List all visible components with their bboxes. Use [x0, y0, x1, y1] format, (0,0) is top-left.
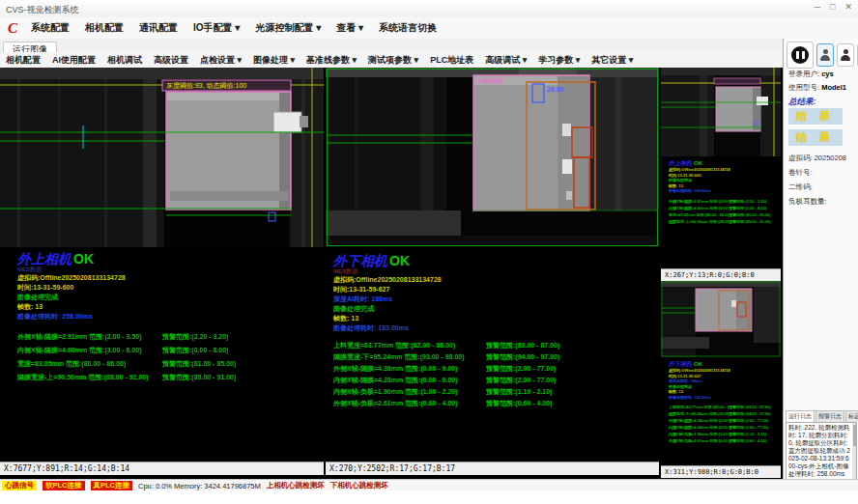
log-tab-calibration[interactable]: 标定日志: [845, 410, 858, 422]
menu-items: 系统配置相机配置通讯配置IO手配置 ▾光源控制配置 ▾查看 ▾系统语言切换: [23, 19, 444, 37]
measurement-row: 内侧X轴-隔膜=4.28mm 范围:(0.00 - 9.00) 预警范围:(2.…: [333, 376, 659, 387]
measurement-value: 外侧X轴-负极=2.61mm 范围:(0.60 - 4.00): [333, 399, 486, 410]
qr-code-label: 二维码:: [788, 182, 856, 192]
total-result-label: 总结果:: [788, 97, 856, 108]
lower-camera-heartbeat-alert: 下相机心跳检测坏: [330, 481, 388, 490]
minimize-button[interactable]: ─: [815, 2, 820, 12]
result-ok: OK: [389, 253, 410, 268]
toolbar-item[interactable]: 高级设置: [148, 54, 194, 67]
login-user-value: cys: [821, 70, 834, 78]
login-user-row: 登录用户: cys: [788, 70, 856, 79]
toolbar-item[interactable]: PLC地址表: [424, 54, 479, 67]
menu-item[interactable]: 系统语言切换: [371, 19, 444, 37]
heartbeat-badge: 心跳信号: [2, 481, 37, 490]
result-box-lower: 结 果: [788, 129, 843, 146]
measurement-value: 内侧X轴-隔膜=4.60mm 范围:(3.00 - 6.00): [669, 206, 729, 212]
connector-tab: [757, 97, 768, 105]
toolbar-item[interactable]: 点检设置 ▾: [194, 54, 247, 67]
operator-button[interactable]: [816, 43, 834, 67]
camera-panel-upper: 灰度阈值:93, 动态阈值:100 外上相机OK MES数据: 虚拟码:Offl…: [0, 68, 324, 479]
time-line: 时间:13-31-59-627: [333, 285, 659, 294]
measurement-value: 内侧X轴-隔膜=4.28mm 范围:(0.00 - 9.00): [333, 376, 486, 387]
cpu-memory-readout: Cpu: 0.0% Memory: 3424.41796875M: [138, 482, 261, 490]
upper-camera-pixel-status: X:7677;Y:891;R:14;G:14;B:14: [0, 462, 324, 475]
real-plc-badge: 真PLC连接: [91, 481, 133, 490]
lower-camera-image[interactable]: [326, 68, 659, 247]
pause-button[interactable]: [786, 42, 814, 69]
measurement-value: 上料宽度=83.77mm 范围:(82.00 - 88.00): [333, 341, 486, 352]
sidebar: 登录用户: cys 使用型号: Model1 总结果: 结 果 结 果 虚拟码:…: [783, 39, 858, 479]
toolbar-item[interactable]: AI使用配置: [46, 54, 101, 67]
measurement-warn-range: 预警范围:(1.10 - 2.10): [486, 387, 552, 399]
toolbar-item[interactable]: 基准线参数 ▾: [300, 54, 362, 67]
menu-item[interactable]: 系统配置: [23, 19, 77, 37]
log-scrollbar[interactable]: [852, 423, 856, 480]
done-line: 图像处理完成: [333, 304, 659, 314]
menu-item[interactable]: 光源控制配置 ▾: [247, 19, 329, 37]
upper-camera-image[interactable]: [0, 68, 324, 247]
measurement-row: 隔膜宽度-上=90.56mm 范围:(88.00 - 92.00) 预警范围:(…: [17, 373, 324, 386]
measurement-value: 隔膜宽度-下=95.24mm 范围:(93.00 - 98.00): [333, 352, 486, 364]
ai-elapsed-line: 深度AI耗时: 186ms: [333, 294, 659, 304]
measurement-value: 外侧X轴-隔膜=4.38mm 范围:(0.00 - 9.00): [669, 418, 729, 425]
window-title: CVS-视觉检测系统: [6, 4, 79, 16]
sidebar-buttons: [786, 42, 858, 69]
toolbar-item[interactable]: 相机配置: [0, 54, 46, 67]
upper-camera-heartbeat-alert: 上相机心跳检测坏: [267, 481, 325, 490]
maximize-button[interactable]: □: [830, 2, 835, 12]
log-tab-alarm[interactable]: 报警日志: [815, 410, 844, 422]
measurement-row: 内侧X轴-负极=1.90mm 范围:(1.00 - 2.20) 预警范围:(1.…: [333, 387, 659, 399]
thumb-upper-image[interactable]: [661, 68, 781, 156]
log-content: 耗时: 222, 轮廓检测耗时: 17, 轮廓分割耗时: 0, 轮廓提取分区耗时…: [788, 424, 850, 477]
app-window: CVS-视觉检测系统 ─ □ ✕ C 系统配置相机配置通讯配置IO手配置 ▾光源…: [0, 0, 858, 504]
measurement-warn-range: 预警范围:(94.00 - 97.00): [486, 352, 559, 364]
thumb-upper-pixel-status: X:267;Y:13;R:0;G:0;B:0: [661, 268, 781, 281]
toolbar-item[interactable]: 学习参数 ▾: [532, 54, 586, 67]
result-ok: OK: [73, 251, 94, 266]
user-button[interactable]: [837, 43, 854, 67]
bottom-strip: [0, 490, 858, 504]
close-button[interactable]: ✕: [844, 2, 852, 12]
menu-item[interactable]: 查看 ▾: [329, 19, 371, 37]
time-line: 时间:13-31-59-600: [17, 283, 324, 293]
measurement-row: 外侧X轴-隔膜=2.91mm 范围:(2.00 - 3.50) 预警范围:(2.…: [669, 199, 781, 206]
soft-plc-badge: 软PLC连接: [43, 481, 85, 490]
virtual-code-row: 虚拟码: 20250208: [788, 154, 856, 163]
needle-number-label: 卷针号:: [788, 168, 856, 178]
lower-camera-image-wrap: AI检测框 26.80: [326, 68, 659, 247]
menu-item[interactable]: IO手配置 ▾: [186, 19, 247, 37]
toolbar-item[interactable]: 测试项参数 ▾: [362, 54, 424, 67]
login-user-label: 登录用户:: [788, 70, 819, 78]
measurement-warn-range: 预警范围:(0.00 - 8.00): [162, 346, 228, 359]
ai-detected-part: [696, 289, 752, 331]
measurement-warn-range: 预警范围:(94.00 - 97.00): [729, 411, 771, 418]
measurement-warn-range: 预警范围:(1.10 - 2.10): [729, 432, 766, 438]
toolbar-item[interactable]: 相机调试: [101, 54, 148, 67]
measurement-warn-range: 预警范围:(2.00 - 77.00): [729, 425, 768, 432]
camera-title: 外下相机OK: [669, 361, 781, 368]
toolbar-item[interactable]: 其它设置 ▾: [586, 54, 639, 67]
measurement-row: 隔膜宽度-上=90.56mm 范围:(88.00 - 92.00) 预警范围:(…: [669, 219, 781, 226]
pause-icon: [791, 46, 809, 64]
measurement-row: 隔膜宽度-下=95.24mm 范围:(93.00 - 98.00) 预警范围:(…: [333, 352, 659, 364]
main-area: 灰度阈值:93, 动态阈值:100 外上相机OK MES数据: 虚拟码:Offl…: [0, 68, 783, 479]
measurement-row: 外侧X轴-负极=2.61mm 范围:(0.60 - 4.00) 预警范围:(0.…: [669, 438, 781, 445]
log-tab-run[interactable]: 运行日志: [786, 410, 815, 422]
mes-line: MES数据:: [17, 266, 324, 273]
thumb-lower-image[interactable]: [661, 281, 781, 357]
thumb-upper-info: 外上相机OK 虚拟码:Offline20250208133134728 时间:1…: [661, 156, 781, 226]
toolbar-item[interactable]: 高级调试 ▾: [479, 54, 532, 67]
tabstrip: 运行图像: [0, 39, 783, 53]
toolbar-item[interactable]: 图像处理 ▾: [247, 54, 300, 67]
menu-item[interactable]: 通讯配置: [131, 19, 186, 37]
measurement-warn-range: 预警范围:(2.00 - 77.00): [729, 418, 768, 425]
menu-item[interactable]: 相机配置: [77, 19, 131, 37]
measurement-warn-range: 预警范围:(83.00 - 87.00): [729, 405, 771, 411]
measurement-warn-range: 预警范围:(83.00 - 87.00): [486, 341, 559, 352]
done-line: 图像处理完成: [17, 293, 324, 302]
measurement-value: 隔膜宽度-上=90.56mm 范围:(88.00 - 92.00): [17, 373, 162, 386]
result-ok: OK: [694, 160, 702, 166]
measurement-warn-range: 预警范围:(2.00 - 77.00): [486, 376, 556, 387]
model-label: 使用型号:: [788, 83, 819, 92]
measurement-list: 上料宽度=83.77mm 范围:(82.00 - 88.00) 预警范围:(83…: [333, 341, 659, 410]
